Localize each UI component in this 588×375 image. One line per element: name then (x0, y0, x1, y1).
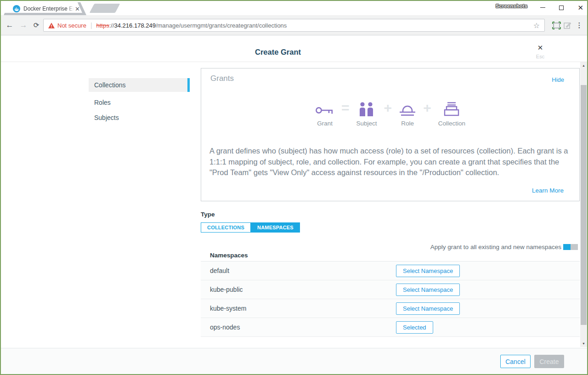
browser-toolbar: ← → ⟳ Not secure | https://34.216.178.24… (0, 15, 588, 35)
browser-window: Docker Enterprise Edition ✕ Screenshots … (0, 0, 588, 375)
namespace-name: kube-public (201, 286, 396, 293)
create-button[interactable]: Create (534, 355, 564, 368)
subject-icon (358, 102, 375, 116)
cancel-button[interactable]: Cancel (500, 355, 531, 368)
subject-label: Subject (356, 120, 377, 127)
grant-label: Grant (317, 120, 333, 127)
select-namespace-button[interactable]: Select Namespace (396, 284, 460, 296)
new-tab-stub[interactable] (90, 4, 120, 13)
nav-item-collections[interactable]: Collections (89, 78, 190, 92)
bookmark-star-icon[interactable]: ☆ (533, 21, 540, 30)
table-row: ops-nodes Selected (201, 318, 580, 337)
learn-more-link[interactable]: Learn More (532, 187, 564, 194)
not-secure-warning-icon (48, 23, 55, 28)
page-scrollbar[interactable]: ▲ ▼ (580, 62, 587, 347)
apply-grant-label: Apply grant to all existing and new name… (430, 244, 561, 250)
selected-namespace-button[interactable]: Selected (396, 321, 433, 334)
namespace-name: kube-system (201, 305, 396, 312)
modal-header: Create Grant ✕ Esc (0, 36, 588, 62)
url-scheme: https (96, 22, 109, 29)
table-row: default Select Namespace (201, 261, 580, 280)
forward-icon: → (17, 15, 29, 35)
select-namespace-button[interactable]: Select Namespace (396, 265, 460, 277)
apply-grant-toggle[interactable] (563, 244, 578, 250)
tab-collections[interactable]: COLLECTIONS (201, 222, 251, 233)
role-label: Role (401, 120, 414, 127)
url-divider: | (90, 22, 92, 29)
grant-equation: Grant = Subject + (201, 100, 579, 127)
url-path: /manage/usermgmt/grants/creategrant/coll… (156, 22, 287, 29)
screenshot-extension-icon[interactable] (550, 19, 562, 32)
address-bar[interactable]: Not secure | https://34.216.178.249/mana… (43, 19, 545, 32)
tab-title: Docker Enterprise Edition (23, 6, 74, 12)
esc-hint: Esc (536, 54, 544, 59)
docker-favicon-icon (13, 5, 20, 12)
modal-close-button[interactable]: ✕ Esc (536, 44, 544, 59)
reload-icon[interactable]: ⟳ (30, 15, 42, 35)
page-title: Create Grant (255, 48, 301, 57)
scroll-up-icon[interactable]: ▲ (580, 62, 587, 69)
grants-description: A grant defines who (subject) has how mu… (209, 146, 572, 178)
namespace-name: ops-nodes (201, 324, 396, 331)
collection-icon (443, 102, 460, 116)
type-segmented-control: COLLECTIONS NAMESPACES (201, 222, 300, 233)
grants-heading: Grants (210, 74, 234, 83)
toggle-knob (563, 244, 571, 250)
window-close-icon[interactable]: ✕ (577, 4, 583, 11)
select-namespace-button[interactable]: Select Namespace (396, 302, 460, 315)
modal-footer: Cancel Create (0, 348, 588, 375)
url-separator: :// (109, 22, 114, 29)
hide-link[interactable]: Hide (552, 76, 564, 83)
namespaces-heading: Namespaces (210, 252, 248, 259)
tab-namespaces[interactable]: NAMESPACES (251, 222, 300, 233)
namespaces-table: default Select Namespace kube-public Sel… (201, 261, 580, 337)
scrollbar-thumb[interactable] (581, 85, 587, 325)
plus-sign: + (384, 100, 392, 116)
table-row: kube-public Select Namespace (201, 280, 580, 299)
grants-info-panel: Grants Hide Grant = (201, 68, 580, 201)
tab-close-icon[interactable]: ✕ (75, 6, 80, 12)
collection-label: Collection (438, 120, 465, 127)
titlebar: Docker Enterprise Edition ✕ Screenshots … (0, 0, 588, 15)
nav-item-roles[interactable]: Roles (89, 98, 190, 107)
side-nav: Collections Roles Subjects (89, 78, 190, 122)
role-icon (399, 102, 416, 116)
nav-item-subjects[interactable]: Subjects (89, 113, 190, 122)
not-secure-label[interactable]: Not secure (57, 22, 86, 29)
window-maximize-icon[interactable] (559, 6, 564, 10)
close-icon[interactable]: ✕ (536, 44, 544, 51)
url-host: 34.216.178.249 (114, 22, 156, 29)
plus-sign: + (423, 100, 431, 116)
table-row: kube-system Select Namespace (201, 299, 580, 318)
browser-menu-icon[interactable]: ⋮ (573, 19, 585, 32)
namespace-name: default (201, 267, 396, 274)
create-grant-page: Create Grant ✕ Esc Collections Roles Sub… (0, 36, 588, 375)
back-icon[interactable]: ← (4, 15, 16, 35)
equals-sign: = (341, 100, 350, 116)
window-minimize-icon[interactable] (540, 7, 545, 8)
scroll-down-icon[interactable]: ▼ (580, 340, 587, 347)
compose-extension-icon[interactable] (561, 19, 573, 32)
screenshots-overlay-label: Screenshots (496, 3, 527, 9)
key-icon (315, 104, 334, 116)
type-label: Type (201, 211, 215, 218)
